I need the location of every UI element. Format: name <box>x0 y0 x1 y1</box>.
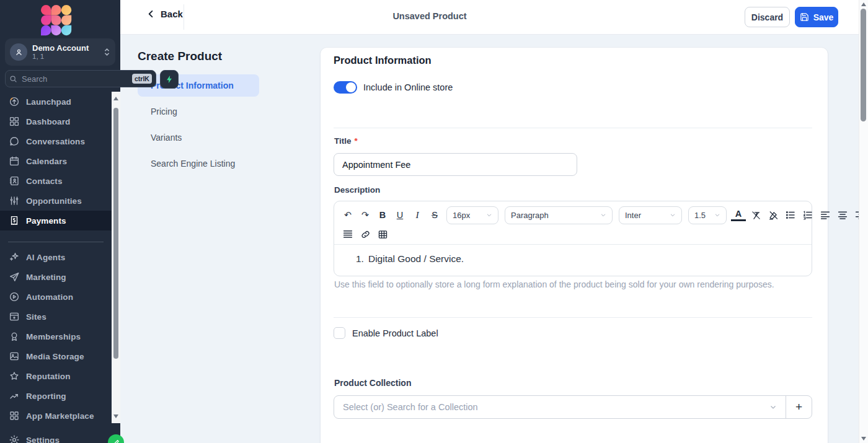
search-icon <box>9 75 17 83</box>
tab-pricing[interactable]: Pricing <box>138 100 259 123</box>
sidebar-item-settings[interactable]: Settings <box>0 430 112 443</box>
add-collection-button[interactable]: + <box>786 396 812 418</box>
sidebar-item-label: Conversations <box>26 137 85 146</box>
chevron-down-icon <box>486 212 492 218</box>
enable-product-label-row[interactable]: Enable Product Label <box>334 327 438 339</box>
bold-button[interactable]: B <box>375 208 390 222</box>
justify-button[interactable] <box>340 227 355 242</box>
scroll-down-arrow[interactable] <box>113 414 118 418</box>
discard-button[interactable]: Discard <box>745 7 790 27</box>
window-scrollbar[interactable] <box>859 0 868 443</box>
sidebar-item-label: Media Storage <box>26 352 84 361</box>
sidebar-divider <box>8 242 104 242</box>
description-content-area[interactable]: 1. Digital Good / Service. <box>334 245 812 265</box>
line-height-select[interactable]: 1.5 <box>688 206 727 224</box>
text-color-button[interactable]: A <box>731 208 746 221</box>
collection-select[interactable]: Select (or) Search for a Collection <box>334 396 786 418</box>
plus-icon: + <box>795 400 802 414</box>
scroll-down-arrow[interactable] <box>861 437 866 441</box>
sidebar-item-media-storage[interactable]: Media Storage <box>0 346 112 366</box>
title-input[interactable] <box>334 153 577 176</box>
sidebar-item-reporting[interactable]: Reporting <box>0 386 112 406</box>
link-button[interactable] <box>358 227 373 242</box>
sidebar-item-opportunities[interactable]: Opportunities <box>0 191 112 211</box>
align-left-button[interactable] <box>818 208 833 222</box>
sidebar-item-reputation[interactable]: Reputation <box>0 366 112 386</box>
editor-toolbar-row-2 <box>334 226 812 242</box>
star-icon <box>9 371 20 382</box>
line-height-value: 1.5 <box>694 211 706 220</box>
sidebar-item-launchpad[interactable]: Launchpad <box>0 92 112 112</box>
quick-actions-button[interactable] <box>160 70 179 89</box>
divider <box>334 317 812 318</box>
strikethrough-button[interactable]: S <box>427 208 442 222</box>
edit-fab-button[interactable] <box>108 434 124 443</box>
account-switcher[interactable]: Demo Account 1, 1 <box>5 38 115 66</box>
chevron-down-icon <box>769 403 777 411</box>
account-name: Demo Account <box>32 43 104 53</box>
sidebar: Demo Account 1, 1 ctrlK <box>0 0 120 443</box>
sidebar-item-label: Settings <box>26 436 60 443</box>
search-input[interactable] <box>20 74 132 84</box>
numbered-list-button[interactable] <box>800 208 815 222</box>
sidebar-item-calendars[interactable]: Calendars <box>0 151 112 171</box>
clear-format-button[interactable] <box>748 208 763 222</box>
table-button[interactable] <box>375 227 390 242</box>
include-online-store-toggle[interactable] <box>334 81 357 94</box>
font-size-value: 16px <box>453 211 470 220</box>
scroll-up-arrow[interactable] <box>861 2 866 6</box>
underline-button[interactable]: U <box>392 208 407 222</box>
sidebar-item-automation[interactable]: Automation <box>0 287 112 307</box>
redo-button[interactable]: ↷ <box>358 208 373 222</box>
lightning-bolt-icon <box>166 75 173 84</box>
save-button[interactable]: Save <box>795 7 838 27</box>
sidebar-item-label: Reputation <box>26 372 71 381</box>
sidebar-item-label: Dashboard <box>26 117 70 126</box>
scroll-up-arrow[interactable] <box>113 97 118 100</box>
sidebar-item-memberships[interactable]: Memberships <box>0 327 112 346</box>
sidebar-item-contacts[interactable]: Contacts <box>0 171 112 191</box>
undo-button[interactable]: ↶ <box>340 208 355 222</box>
medal-icon <box>9 331 20 342</box>
paragraph-format-select[interactable]: Paragraph <box>505 206 613 224</box>
sidebar-item-payments[interactable]: Payments <box>0 211 112 230</box>
sidebar-item-label: Payments <box>26 216 66 226</box>
sidebar-item-marketing[interactable]: Marketing <box>0 267 112 287</box>
font-value: Inter <box>625 211 641 220</box>
sidebar-item-app-marketplace[interactable]: App Marketplace <box>0 406 112 426</box>
enable-product-label-checkbox[interactable] <box>334 327 345 339</box>
play-circle-icon <box>9 291 20 302</box>
grid-icon <box>9 410 20 421</box>
highlight-off-button[interactable] <box>766 208 781 222</box>
trend-chart-icon <box>9 390 20 401</box>
sidebar-item-label: Memberships <box>26 332 81 341</box>
product-information-card: Product Information Include in Online st… <box>321 48 828 443</box>
chevron-up-down-icon <box>104 47 110 57</box>
sidebar-item-conversations[interactable]: Conversations <box>0 131 112 151</box>
tab-variants[interactable]: Variants <box>138 126 259 149</box>
italic-button[interactable]: I <box>410 208 425 222</box>
description-rich-text-editor: ↶ ↷ B U I S 16px Paragraph Inter <box>334 201 812 276</box>
sidebar-scrollbar[interactable] <box>112 92 120 423</box>
chevron-down-icon <box>714 212 720 218</box>
image-icon <box>9 351 20 362</box>
brand-logo-icon <box>41 5 71 35</box>
search-box[interactable]: ctrlK <box>5 70 156 87</box>
bullet-list-button[interactable] <box>783 208 798 222</box>
font-size-select[interactable]: 16px <box>446 206 498 224</box>
scrollbar-thumb[interactable] <box>861 9 866 121</box>
tab-search-engine-listing[interactable]: Search Engine Listing <box>138 152 259 175</box>
save-label: Save <box>813 12 834 22</box>
chevron-down-icon <box>600 212 606 218</box>
align-center-button[interactable] <box>835 208 850 222</box>
title-field-label: Title* <box>334 136 358 146</box>
sidebar-item-sites[interactable]: Sites <box>0 307 112 327</box>
top-bar: Back Unsaved Product Discard Save <box>120 0 859 35</box>
scrollbar-thumb[interactable] <box>113 108 118 359</box>
section-title: Product Information <box>334 55 432 66</box>
font-family-select[interactable]: Inter <box>619 206 682 224</box>
payments-icon <box>9 215 20 226</box>
sidebar-item-ai-agents[interactable]: AI Agents <box>0 247 112 267</box>
sidebar-item-dashboard[interactable]: Dashboard <box>0 112 112 131</box>
sidebar-item-label: Automation <box>26 292 73 302</box>
